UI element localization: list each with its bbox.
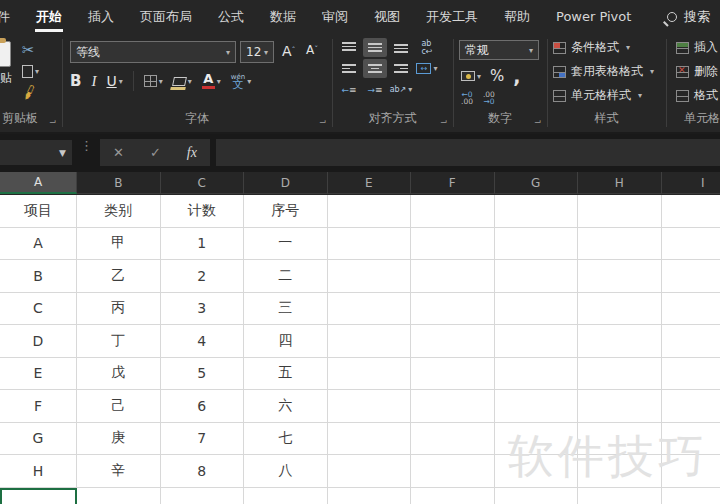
borders-button[interactable]: ▾ bbox=[144, 75, 163, 87]
phonetic-guide-button[interactable]: wén 文 ▾ bbox=[231, 73, 251, 89]
delete-cells-button[interactable]: 删除 bbox=[676, 63, 718, 80]
cell[interactable] bbox=[244, 488, 328, 504]
align-bottom-button[interactable] bbox=[389, 38, 413, 57]
number-format-select[interactable]: 常规 ▾ bbox=[459, 40, 539, 60]
column-header-A[interactable]: A bbox=[0, 172, 77, 194]
italic-button[interactable]: I bbox=[91, 73, 96, 90]
comma-style-button[interactable]: , bbox=[513, 71, 520, 81]
increase-indent-button[interactable]: →≡ bbox=[363, 80, 387, 99]
tab-公式[interactable]: 公式 bbox=[205, 0, 257, 33]
tab-开发工具[interactable]: 开发工具 bbox=[413, 0, 491, 33]
cell[interactable] bbox=[662, 195, 720, 228]
cell[interactable]: 丙 bbox=[77, 293, 161, 326]
cell[interactable]: 2 bbox=[161, 260, 245, 293]
increase-font-size-button[interactable]: Aˆ bbox=[282, 43, 296, 59]
tab-Power Pivot[interactable]: Power Pivot bbox=[543, 0, 644, 33]
align-left-button[interactable] bbox=[337, 59, 361, 78]
decrease-decimal-button[interactable]: .00→0 bbox=[483, 91, 495, 105]
cell[interactable]: 7 bbox=[161, 423, 245, 456]
cell[interactable] bbox=[328, 293, 412, 326]
cell[interactable] bbox=[495, 260, 579, 293]
cell[interactable]: 己 bbox=[77, 390, 161, 423]
cell[interactable] bbox=[328, 423, 412, 456]
cell[interactable] bbox=[662, 325, 720, 358]
cell[interactable] bbox=[578, 228, 662, 261]
cell[interactable]: 三 bbox=[244, 293, 328, 326]
format-as-table-button[interactable]: 套用表格格式▾ bbox=[553, 63, 654, 80]
insert-cells-button[interactable]: 插入 bbox=[676, 39, 718, 56]
cell[interactable] bbox=[495, 455, 579, 488]
decrease-font-size-button[interactable]: Aˇ bbox=[306, 43, 318, 57]
cell[interactable] bbox=[328, 325, 412, 358]
cell[interactable] bbox=[578, 260, 662, 293]
cell[interactable]: 序号 bbox=[244, 195, 328, 228]
format-painter-icon[interactable]: 🖌 bbox=[20, 82, 39, 102]
column-header-E[interactable]: E bbox=[328, 172, 412, 194]
cell[interactable] bbox=[495, 228, 579, 261]
cell[interactable]: 六 bbox=[244, 390, 328, 423]
cell[interactable]: D bbox=[0, 325, 77, 358]
decrease-indent-button[interactable]: ←≡ bbox=[337, 80, 361, 99]
merge-center-button[interactable]: ↔▾ bbox=[415, 59, 439, 78]
tab-帮助[interactable]: 帮助 bbox=[491, 0, 543, 33]
cell[interactable]: F bbox=[0, 390, 77, 423]
tab-页面布局[interactable]: 页面布局 bbox=[127, 0, 205, 33]
cell[interactable] bbox=[495, 325, 579, 358]
cut-icon[interactable]: ✂ bbox=[22, 41, 35, 59]
cell[interactable] bbox=[328, 260, 412, 293]
cell[interactable]: 戊 bbox=[77, 358, 161, 391]
column-header-B[interactable]: B bbox=[77, 172, 161, 194]
tab-开始[interactable]: 开始 bbox=[23, 0, 75, 33]
cell[interactable]: A bbox=[0, 228, 77, 261]
cell[interactable] bbox=[495, 195, 579, 228]
cell[interactable]: 二 bbox=[244, 260, 328, 293]
cell[interactable]: 丁 bbox=[77, 325, 161, 358]
column-header-I[interactable]: I bbox=[662, 172, 720, 194]
cell[interactable]: 甲 bbox=[77, 228, 161, 261]
increase-decimal-button[interactable]: ←0.00 bbox=[461, 91, 473, 105]
align-right-button[interactable] bbox=[389, 59, 413, 78]
cell[interactable] bbox=[328, 390, 412, 423]
cell[interactable] bbox=[328, 358, 412, 391]
cell[interactable]: 庚 bbox=[77, 423, 161, 456]
cell[interactable]: 计数 bbox=[161, 195, 245, 228]
cell[interactable] bbox=[328, 228, 412, 261]
cell[interactable]: 4 bbox=[161, 325, 245, 358]
cell[interactable]: 乙 bbox=[77, 260, 161, 293]
cell[interactable] bbox=[411, 488, 495, 504]
wrap-text-button[interactable]: abc↩ bbox=[415, 38, 439, 57]
formula-bar-handle[interactable]: ⋮ bbox=[80, 142, 93, 149]
cell[interactable] bbox=[161, 488, 245, 504]
orientation-button[interactable]: ab↗▾ bbox=[389, 80, 413, 99]
cell[interactable]: 5 bbox=[161, 358, 245, 391]
cell[interactable] bbox=[578, 195, 662, 228]
cell[interactable] bbox=[328, 455, 412, 488]
align-middle-button[interactable] bbox=[363, 38, 387, 57]
underline-button[interactable]: U▾ bbox=[106, 73, 122, 89]
column-header-D[interactable]: D bbox=[244, 172, 328, 194]
cell[interactable] bbox=[495, 358, 579, 391]
cell[interactable]: 五 bbox=[244, 358, 328, 391]
name-box[interactable]: ▼ bbox=[0, 140, 72, 165]
cell[interactable] bbox=[411, 390, 495, 423]
enter-button[interactable]: ✓ bbox=[150, 145, 161, 160]
cell[interactable] bbox=[495, 488, 579, 504]
cell[interactable] bbox=[495, 293, 579, 326]
tab-插入[interactable]: 插入 bbox=[75, 0, 127, 33]
alignment-dialog-launcher-icon[interactable]: ⌐ bbox=[440, 117, 448, 126]
cell[interactable] bbox=[77, 488, 161, 504]
cell[interactable] bbox=[662, 228, 720, 261]
cell[interactable] bbox=[578, 423, 662, 456]
cell[interactable] bbox=[662, 455, 720, 488]
tab-文件[interactable]: 文件 bbox=[0, 0, 23, 33]
cell[interactable] bbox=[411, 455, 495, 488]
font-size-select[interactable]: 12 ▾ bbox=[240, 41, 274, 63]
cell[interactable]: 类别 bbox=[77, 195, 161, 228]
cell[interactable]: 四 bbox=[244, 325, 328, 358]
cell[interactable]: E bbox=[0, 358, 77, 391]
cancel-button[interactable]: ✕ bbox=[113, 145, 124, 160]
cell[interactable] bbox=[578, 455, 662, 488]
tab-数据[interactable]: 数据 bbox=[257, 0, 309, 33]
cell[interactable] bbox=[578, 293, 662, 326]
active-cell[interactable] bbox=[0, 488, 77, 504]
